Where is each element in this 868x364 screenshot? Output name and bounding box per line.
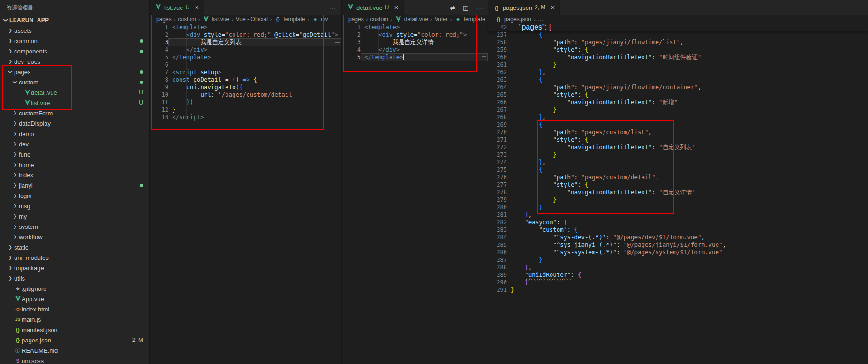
sidebar-item-gitignore[interactable]: ◆.gitignore: [0, 283, 149, 294]
code-line-267[interactable]: 267 }: [488, 106, 868, 114]
sidebar-item-msg[interactable]: ❯msg: [0, 201, 149, 211]
code-line-257[interactable]: 257 {: [488, 31, 868, 38]
sidebar-item-static[interactable]: ❯static: [0, 242, 149, 252]
code-editor-list-vue[interactable]: 1<template>2 <div style="color: red;" @c…: [150, 23, 341, 121]
code-line-11[interactable]: 11 }): [150, 99, 341, 106]
sidebar-item-datadisplay[interactable]: ❯dataDisplay: [0, 118, 149, 129]
sidebar-item-jianyi[interactable]: ❯jianyi: [0, 180, 149, 190]
sidebar-item-utils[interactable]: ❯utils: [0, 273, 149, 283]
breadcrumb-item[interactable]: Vue - Official: [236, 16, 268, 23]
close-icon[interactable]: ✕: [551, 5, 555, 11]
tab-list-vue[interactable]: list.vue U ✕: [150, 0, 204, 15]
sidebar-item-list-vue[interactable]: list.vueU: [0, 98, 149, 108]
sticky-scroll-line[interactable]: 42 "pages": [: [488, 23, 868, 31]
code-line-3[interactable]: 3 我是自定义详情: [342, 38, 488, 46]
breadcrumb-item[interactable]: {}pages.json: [495, 16, 531, 23]
ellipsis-icon[interactable]: ···: [330, 4, 336, 11]
sidebar-item-index[interactable]: ❯index: [0, 170, 149, 180]
breadcrumb-item[interactable]: pages: [156, 16, 172, 23]
code-line-264[interactable]: 264 "path": "pages/jianyi/flowTime/conta…: [488, 83, 868, 91]
sidebar-item-login[interactable]: ❯login: [0, 190, 149, 201]
sidebar-item-pages[interactable]: ❯pages: [0, 67, 149, 77]
sidebar-item-custom[interactable]: ❯custom: [0, 77, 149, 87]
code-line-4[interactable]: 4 </div>: [150, 46, 341, 53]
code-line-289[interactable]: 289 "uniIdRouter": {: [488, 271, 868, 279]
sidebar-item-customform[interactable]: ❯customForm: [0, 108, 149, 118]
code-line-259[interactable]: 259 "style": {: [488, 46, 868, 53]
compare-icon[interactable]: ⇄: [450, 4, 455, 11]
code-line-9[interactable]: 9 uni.navigateTo({: [150, 83, 341, 91]
sidebar-item-learun-app[interactable]: ❯LEARUN_APP: [0, 15, 149, 25]
code-line-1[interactable]: 1<template>: [150, 23, 341, 31]
code-line-5[interactable]: 5</template>: [342, 53, 488, 61]
tab-detail-vue[interactable]: detail.vue U ✕: [342, 0, 404, 15]
code-line-290[interactable]: 290 }: [488, 279, 868, 286]
code-line-282[interactable]: 282 "easycom": {: [488, 219, 868, 226]
code-line-284[interactable]: 284 "^sys-dev-(.*)": "@/pages/dev/$1/for…: [488, 234, 868, 241]
code-line-291[interactable]: 291}: [488, 286, 868, 294]
sidebar-item-components[interactable]: ❯components: [0, 46, 149, 56]
split-icon[interactable]: ◫: [463, 4, 468, 11]
tab-pages-json[interactable]: {} pages.json 2, M ✕: [488, 0, 560, 15]
code-line-277[interactable]: 277 "style": {: [488, 181, 868, 189]
sidebar-item-uni-modules[interactable]: ❯uni_modules: [0, 252, 149, 263]
sidebar-item-main-js[interactable]: JSmain.js: [0, 314, 149, 325]
breadcrumb-item[interactable]: ◈template: [454, 16, 485, 23]
sidebar-item-common[interactable]: ❯common: [0, 36, 149, 46]
code-line-2[interactable]: 2 <div style="color: red;" @click="goDet…: [150, 31, 341, 38]
code-editor-detail-vue[interactable]: 1<template>2 <div style="color: red;">3 …: [342, 23, 488, 61]
code-line-6[interactable]: 6: [150, 61, 341, 68]
code-line-281[interactable]: 281 ],: [488, 211, 868, 219]
sidebar-item-detail-vue[interactable]: detail.vueU: [0, 87, 149, 98]
code-line-263[interactable]: 263 {: [488, 76, 868, 83]
breadcrumb-item[interactable]: …: [538, 16, 543, 23]
breadcrumb-item[interactable]: list.vue: [203, 16, 229, 23]
code-line-5[interactable]: 5</template>: [150, 53, 341, 61]
code-line-278[interactable]: 278 "navigationBarTitleText": "自定义详情": [488, 189, 868, 196]
sidebar-item-index-html[interactable]: <>index.html: [0, 304, 149, 314]
breadcrumb-item[interactable]: pages: [348, 16, 364, 23]
code-line-269[interactable]: 269 {: [488, 121, 868, 129]
sidebar-item-func[interactable]: ❯func: [0, 149, 149, 159]
close-icon[interactable]: ✕: [195, 5, 199, 11]
sidebar-item-home[interactable]: ❯home: [0, 159, 149, 170]
close-icon[interactable]: ✕: [394, 5, 398, 11]
code-line-42[interactable]: 42 "pages": [: [488, 23, 868, 31]
breadcrumb-item[interactable]: Vuter: [435, 16, 448, 23]
code-line-10[interactable]: 10 url: '/pages/custom/detail': [150, 91, 341, 99]
breadcrumb-item[interactable]: {}template: [274, 16, 305, 23]
code-line-270[interactable]: 270 "path": "pages/custom/list",: [488, 129, 868, 136]
code-line-258[interactable]: 258 "path": "pages/jianyi/flowTime/list"…: [488, 38, 868, 46]
code-line-3[interactable]: 3 我是自定义列表: [150, 38, 341, 46]
code-line-283[interactable]: 283 "custom": {: [488, 226, 868, 234]
code-line-286[interactable]: 286 "^sys-system-(.*)": "@/pages/system/…: [488, 249, 868, 256]
sidebar-item-dev[interactable]: ❯dev: [0, 139, 149, 149]
code-line-275[interactable]: 275 {: [488, 166, 868, 174]
more-actions-icon[interactable]: ···: [135, 4, 142, 11]
code-line-7[interactable]: 7<script setup>: [150, 68, 341, 76]
breadcrumb-item[interactable]: custom: [178, 16, 196, 23]
ellipsis-icon[interactable]: ···: [476, 4, 482, 11]
code-line-271[interactable]: 271 "style": {: [488, 136, 868, 144]
code-line-274[interactable]: 274 },: [488, 159, 868, 166]
code-line-279[interactable]: 279 }: [488, 196, 868, 204]
code-line-276[interactable]: 276 "path": "pages/custom/detail",: [488, 174, 868, 181]
code-line-287[interactable]: 287 }: [488, 256, 868, 264]
code-line-262[interactable]: 262 },: [488, 68, 868, 76]
code-line-285[interactable]: 285 "^sys-jianyi-(.*)": "@/pages/jianyi/…: [488, 241, 868, 249]
code-line-261[interactable]: 261 }: [488, 61, 868, 68]
code-line-13[interactable]: 13</script>: [150, 114, 341, 121]
sidebar-item-pages-json[interactable]: {}pages.json2, M: [0, 335, 149, 345]
code-line-265[interactable]: 265 "style": {: [488, 91, 868, 99]
sidebar-item-dev-docs[interactable]: ❯dev_docs: [0, 56, 149, 67]
code-line-273[interactable]: 273 }: [488, 151, 868, 159]
code-line-2[interactable]: 2 <div style="color: red;">: [342, 31, 488, 38]
sidebar-item-manifest-json[interactable]: {}manifest.json: [0, 325, 149, 335]
code-line-266[interactable]: 266 "navigationBarTitleText": "新增": [488, 99, 868, 106]
code-line-272[interactable]: 272 "navigationBarTitleText": "自定义列表": [488, 144, 868, 151]
sidebar-item-my[interactable]: ❯my: [0, 211, 149, 221]
code-line-12[interactable]: 12}: [150, 106, 341, 114]
sidebar-item-workflow[interactable]: ❯workflow: [0, 232, 149, 242]
code-line-4[interactable]: 4 </div>: [342, 46, 488, 53]
breadcrumb-item[interactable]: ◈div: [311, 16, 328, 23]
